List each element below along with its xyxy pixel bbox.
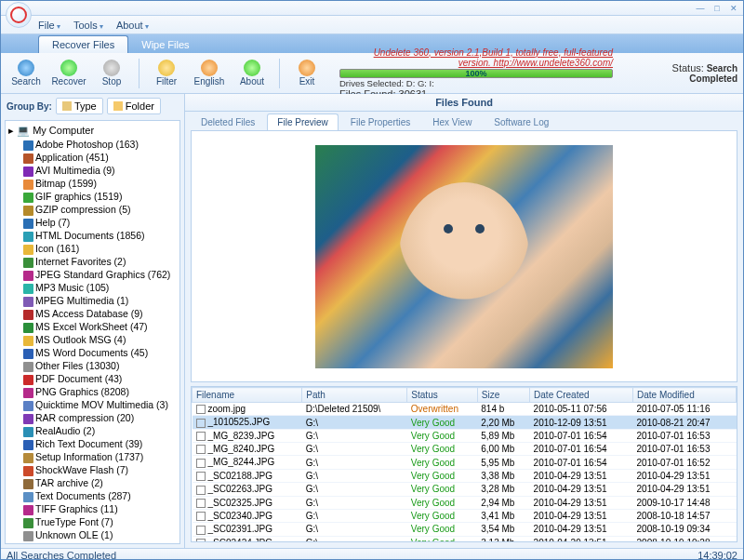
tab-recover-files[interactable]: Recover Files (38, 35, 128, 53)
recover-icon (60, 60, 77, 76)
tree-item[interactable]: JPEG Standard Graphics (762) (8, 268, 177, 281)
filetype-icon (23, 180, 33, 190)
tree-item[interactable]: MS Access Database (9) (8, 307, 177, 320)
about-button[interactable]: About (232, 56, 272, 91)
table-row[interactable]: _SC02188.JPGG:\Very Good3,38 Mb2010-04-2… (193, 469, 737, 482)
filetype-icon (23, 297, 33, 307)
tree-item[interactable]: RAR compression (20) (8, 411, 177, 424)
stop-button[interactable]: Stop (92, 56, 131, 91)
tree-item[interactable]: TAR archive (2) (8, 476, 177, 489)
checkbox[interactable] (196, 419, 206, 428)
filetype-icon (23, 388, 33, 398)
tree-item[interactable]: Other Files (13030) (8, 359, 177, 372)
tree-item[interactable]: Application (451) (8, 151, 177, 164)
checkbox[interactable] (196, 539, 206, 542)
tree-item[interactable]: HTML Documents (1856) (8, 229, 177, 242)
tree-item[interactable]: PDF Document (43) (8, 372, 177, 385)
menu-about[interactable]: About (116, 20, 149, 31)
table-row[interactable]: _SC02340.JPGG:\Very Good3,41 Mb2010-04-2… (193, 509, 737, 522)
group-by-label: Group By: (7, 101, 52, 112)
checkbox[interactable] (196, 445, 206, 454)
type-icon (62, 101, 72, 111)
tree-item[interactable]: Internet Favorites (2) (8, 255, 177, 268)
checkbox[interactable] (196, 526, 206, 535)
checkbox[interactable] (196, 512, 206, 521)
col-path[interactable]: Path (302, 388, 407, 403)
tree-item[interactable]: MS Outlook MSG (4) (8, 333, 177, 346)
file-list[interactable]: Filename Path Status Size Date Created D… (191, 386, 737, 542)
drives-selected-label: Drives Selected: D: G: I: (339, 78, 613, 88)
tab-file-properties[interactable]: File Properties (340, 113, 420, 130)
filetype-icon (23, 440, 33, 450)
group-by-folder-button[interactable]: Folder (107, 98, 161, 114)
tree-item[interactable]: Icon (161) (8, 242, 177, 255)
tab-wipe-files[interactable]: Wipe Files (128, 36, 202, 53)
tree-item[interactable]: Adobe Photoshop (163) (8, 138, 177, 151)
window-titlebar: — □ ✕ (1, 1, 743, 16)
col-created[interactable]: Date Created (530, 388, 633, 403)
exit-button[interactable]: Exit (287, 56, 326, 91)
table-row[interactable]: _SC02325.JPGG:\Very Good2,94 Mb2010-04-2… (193, 496, 737, 509)
tree-item[interactable]: MPEG Multimedia (1) (8, 294, 177, 307)
checkbox[interactable] (196, 432, 206, 441)
tree-item[interactable]: TIFF Graphics (11) (8, 502, 177, 515)
col-size[interactable]: Size (477, 388, 529, 403)
tree-item[interactable]: MP3 Music (105) (8, 281, 177, 294)
tab-hex-view[interactable]: Hex View (422, 113, 482, 130)
version-link[interactable]: Undelete 360, version 2.1,Build 1, total… (339, 47, 613, 68)
english-button[interactable]: English (190, 56, 229, 91)
search-button[interactable]: Search (7, 56, 46, 91)
table-row[interactable]: _MG_8244.JPGG:\Very Good5,95 Mb2010-07-0… (193, 456, 737, 469)
tree-item[interactable]: Setup Information (1737) (8, 450, 177, 463)
minimize-icon[interactable]: — (695, 4, 706, 13)
tree-item[interactable]: Quicktime MOV Multimedia (3) (8, 398, 177, 411)
col-modified[interactable]: Date Modified (633, 388, 737, 403)
maximize-icon[interactable]: □ (711, 4, 723, 13)
filetype-icon (23, 427, 33, 437)
status-bar: All Searches Completed 14:39:02 (1, 548, 743, 560)
tree-item[interactable]: RealAudio (2) (8, 424, 177, 437)
tab-software-log[interactable]: Software Log (484, 113, 559, 130)
filetype-icon (23, 232, 33, 242)
table-row[interactable]: _SC02263.JPGG:\Very Good3,28 Mb2010-04-2… (193, 483, 737, 496)
filetype-icon (23, 466, 33, 476)
tree-item[interactable]: Unknown OLE (1) (8, 528, 177, 541)
col-status[interactable]: Status (407, 388, 477, 403)
tree-item[interactable]: WAFE Multimedia (9) (8, 541, 177, 544)
tree-item[interactable]: MS Word Documents (45) (8, 346, 177, 359)
tab-file-preview[interactable]: File Preview (267, 113, 338, 130)
tree-item[interactable]: GIF graphics (1519) (8, 190, 177, 203)
tree-item[interactable]: AVI Multimedia (9) (8, 164, 177, 177)
tree-item[interactable]: GZIP compression (5) (8, 203, 177, 216)
table-row[interactable]: _SC02424.JPGG:\Very Good3,13 Mb2010-04-2… (193, 536, 737, 542)
checkbox[interactable] (196, 486, 206, 495)
checkbox[interactable] (196, 499, 206, 508)
col-filename[interactable]: Filename (193, 388, 302, 403)
tree-item[interactable]: ShockWave Flash (7) (8, 463, 177, 476)
folder-icon (113, 101, 123, 111)
close-icon[interactable]: ✕ (728, 4, 739, 13)
table-row[interactable]: _1010525.JPGG:\Very Good2,20 Mb2010-12-0… (193, 416, 737, 429)
tree-item[interactable]: PNG Graphics (8208) (8, 385, 177, 398)
filter-button[interactable]: Filter (147, 56, 186, 91)
table-row[interactable]: _MG_8240.JPGG:\Very Good6,00 Mb2010-07-0… (193, 443, 737, 456)
tree-item[interactable]: Text Documents (287) (8, 489, 177, 502)
type-tree[interactable]: My Computer Adobe Photoshop (163)Applica… (5, 120, 180, 544)
checkbox[interactable] (196, 405, 206, 414)
tree-item[interactable]: MS Excel WorkSheet (47) (8, 320, 177, 333)
table-row[interactable]: _SC02391.JPGG:\Very Good3,54 Mb2010-04-2… (193, 523, 737, 536)
tree-item[interactable]: TrueType Font (7) (8, 515, 177, 528)
tree-root[interactable]: My Computer (8, 124, 177, 138)
checkbox[interactable] (196, 472, 206, 481)
tree-item[interactable]: Help (7) (8, 216, 177, 229)
recover-button[interactable]: Recover (49, 56, 88, 91)
tab-deleted-files[interactable]: Deleted Files (191, 113, 265, 130)
tree-item[interactable]: Rich Text Document (39) (8, 437, 177, 450)
checkbox[interactable] (196, 459, 206, 468)
group-by-type-button[interactable]: Type (56, 98, 103, 114)
menu-file[interactable]: File (38, 20, 60, 31)
menu-tools[interactable]: Tools (73, 20, 103, 31)
tree-item[interactable]: Bitmap (1599) (8, 177, 177, 190)
table-row[interactable]: zoom.jpgD:\Deleted 21509\Overwritten814 … (193, 403, 737, 416)
table-row[interactable]: _MG_8239.JPGG:\Very Good5,89 Mb2010-07-0… (193, 429, 737, 442)
